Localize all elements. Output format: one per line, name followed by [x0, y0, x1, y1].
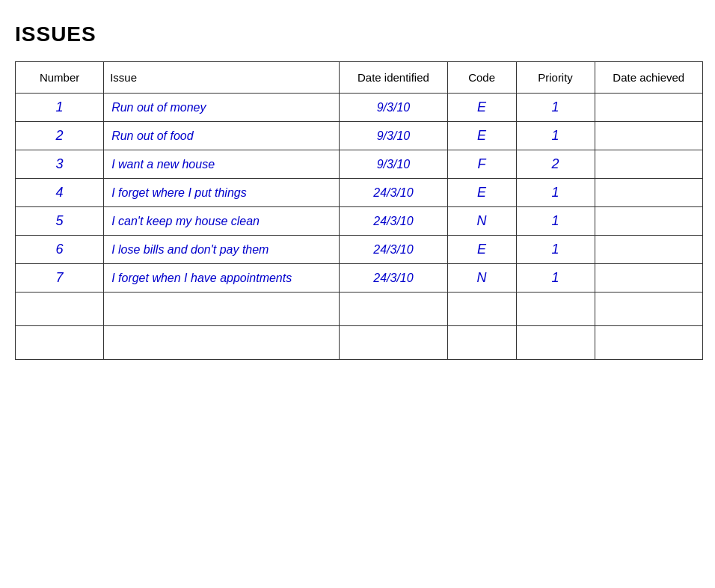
- cell-priority: 1: [516, 264, 595, 293]
- table-row: 3I want a new house9/3/10F2: [16, 150, 703, 179]
- empty-row: [16, 293, 703, 326]
- table-body: 1Run out of money9/3/10E12Run out of foo…: [16, 94, 703, 360]
- header-number: Number: [16, 62, 104, 94]
- cell-issue: I want a new house: [104, 150, 340, 179]
- cell-date-identified: 24/3/10: [340, 236, 447, 264]
- empty-cell: [340, 326, 447, 360]
- cell-priority: 1: [516, 94, 595, 122]
- table-row: 6I lose bills and don't pay them24/3/10E…: [16, 236, 703, 264]
- cell-code: F: [447, 150, 516, 179]
- empty-cell: [595, 326, 702, 360]
- empty-cell: [104, 326, 340, 360]
- cell-number: 5: [16, 207, 104, 236]
- cell-issue: Run out of money: [104, 94, 340, 122]
- cell-number: 1: [16, 94, 104, 122]
- cell-date-identified: 9/3/10: [340, 122, 447, 150]
- cell-number: 7: [16, 264, 104, 293]
- table-header-row: Number Issue Date identified Code Priori…: [16, 62, 703, 94]
- table-row: 5I can't keep my house clean24/3/10N1: [16, 207, 703, 236]
- cell-date-identified: 24/3/10: [340, 207, 447, 236]
- empty-cell: [447, 326, 516, 360]
- table-row: 1Run out of money9/3/10E1: [16, 94, 703, 122]
- empty-cell: [595, 293, 702, 326]
- cell-issue: Run out of food: [104, 122, 340, 150]
- empty-cell: [447, 293, 516, 326]
- cell-code: E: [447, 94, 516, 122]
- empty-cell: [340, 293, 447, 326]
- cell-issue: I lose bills and don't pay them: [104, 236, 340, 264]
- empty-cell: [104, 293, 340, 326]
- header-issue: Issue: [104, 62, 340, 94]
- empty-cell: [16, 326, 104, 360]
- cell-priority: 1: [516, 122, 595, 150]
- issues-table: Number Issue Date identified Code Priori…: [15, 61, 703, 360]
- cell-priority: 1: [516, 236, 595, 264]
- cell-date-achieved: [595, 207, 702, 236]
- cell-priority: 1: [516, 179, 595, 207]
- table-row: 2Run out of food9/3/10E1: [16, 122, 703, 150]
- cell-number: 2: [16, 122, 104, 150]
- header-date-achieved: Date achieved: [595, 62, 702, 94]
- cell-date-achieved: [595, 150, 702, 179]
- cell-date-achieved: [595, 94, 702, 122]
- cell-date-identified: 24/3/10: [340, 179, 447, 207]
- empty-row: [16, 326, 703, 360]
- cell-number: 6: [16, 236, 104, 264]
- cell-priority: 2: [516, 150, 595, 179]
- cell-date-achieved: [595, 122, 702, 150]
- table-row: 4I forget where I put things24/3/10E1: [16, 179, 703, 207]
- cell-date-achieved: [595, 236, 702, 264]
- header-date-identified: Date identified: [340, 62, 447, 94]
- cell-date-achieved: [595, 264, 702, 293]
- cell-number: 3: [16, 150, 104, 179]
- cell-issue: I forget when I have appointments: [104, 264, 340, 293]
- cell-date-identified: 9/3/10: [340, 150, 447, 179]
- cell-code: N: [447, 207, 516, 236]
- empty-cell: [16, 293, 104, 326]
- header-priority: Priority: [516, 62, 595, 94]
- cell-date-achieved: [595, 179, 702, 207]
- page-title: ISSUES: [15, 22, 700, 46]
- table-row: 7I forget when I have appointments24/3/1…: [16, 264, 703, 293]
- header-code: Code: [447, 62, 516, 94]
- cell-code: E: [447, 179, 516, 207]
- cell-number: 4: [16, 179, 104, 207]
- cell-code: N: [447, 264, 516, 293]
- cell-date-identified: 24/3/10: [340, 264, 447, 293]
- empty-cell: [516, 326, 595, 360]
- cell-code: E: [447, 236, 516, 264]
- cell-code: E: [447, 122, 516, 150]
- cell-date-identified: 9/3/10: [340, 94, 447, 122]
- empty-cell: [516, 293, 595, 326]
- cell-priority: 1: [516, 207, 595, 236]
- cell-issue: I can't keep my house clean: [104, 207, 340, 236]
- cell-issue: I forget where I put things: [104, 179, 340, 207]
